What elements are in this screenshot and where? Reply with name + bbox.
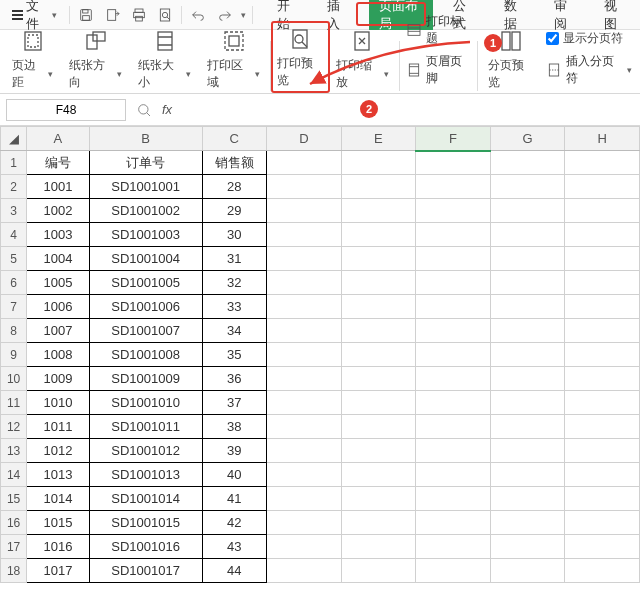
cell[interactable]	[341, 559, 416, 583]
cell[interactable]	[416, 487, 491, 511]
cell[interactable]: 1005	[27, 271, 89, 295]
show-page-break-checkbox[interactable]: 显示分页符	[546, 30, 632, 47]
cell[interactable]	[341, 487, 416, 511]
cell[interactable]: SD1001017	[89, 559, 202, 583]
cell[interactable]	[416, 439, 491, 463]
cell[interactable]	[416, 319, 491, 343]
cell[interactable]	[341, 463, 416, 487]
qat-more-icon[interactable]: ▾	[241, 10, 246, 20]
row-header[interactable]: 13	[1, 439, 27, 463]
save-icon[interactable]	[76, 4, 96, 26]
margins-button[interactable]: 页边距▾	[6, 27, 59, 91]
fx-label[interactable]: fx	[162, 102, 172, 117]
cell[interactable]: SD1001014	[89, 487, 202, 511]
cell[interactable]	[565, 295, 640, 319]
undo-icon[interactable]	[188, 4, 208, 26]
row-header[interactable]: 6	[1, 271, 27, 295]
cell[interactable]	[267, 271, 342, 295]
cell[interactable]: 1001	[27, 175, 89, 199]
cell[interactable]: 1010	[27, 391, 89, 415]
paper-size-button[interactable]: 纸张大小▾	[132, 27, 197, 91]
cell[interactable]	[416, 463, 491, 487]
cell[interactable]: 38	[202, 415, 267, 439]
cell[interactable]: SD1001004	[89, 247, 202, 271]
cell[interactable]	[416, 343, 491, 367]
cell[interactable]	[490, 439, 565, 463]
col-header[interactable]: E	[341, 127, 416, 151]
row-header[interactable]: 8	[1, 319, 27, 343]
cell[interactable]	[416, 295, 491, 319]
cell[interactable]: SD1001006	[89, 295, 202, 319]
cell[interactable]	[490, 319, 565, 343]
cell[interactable]	[565, 511, 640, 535]
cell[interactable]	[416, 175, 491, 199]
row-header[interactable]: 14	[1, 463, 27, 487]
cell[interactable]	[267, 463, 342, 487]
cell[interactable]	[490, 247, 565, 271]
cell[interactable]	[267, 535, 342, 559]
cell[interactable]: 1002	[27, 199, 89, 223]
cell[interactable]	[490, 151, 565, 175]
row-header[interactable]: 3	[1, 199, 27, 223]
row-header[interactable]: 5	[1, 247, 27, 271]
cell[interactable]	[490, 415, 565, 439]
cell[interactable]: 1003	[27, 223, 89, 247]
cell[interactable]: SD1001002	[89, 199, 202, 223]
cell[interactable]: 40	[202, 463, 267, 487]
cell[interactable]	[267, 319, 342, 343]
cell[interactable]	[490, 391, 565, 415]
row-header[interactable]: 16	[1, 511, 27, 535]
cell[interactable]: 销售额	[202, 151, 267, 175]
row-header[interactable]: 7	[1, 295, 27, 319]
cell[interactable]	[416, 271, 491, 295]
cell[interactable]: 32	[202, 271, 267, 295]
cell[interactable]	[565, 247, 640, 271]
cell[interactable]: 35	[202, 343, 267, 367]
cell[interactable]: 34	[202, 319, 267, 343]
spreadsheet-grid[interactable]: ◢ A B C D E F G H 1编号订单号销售额21001SD100100…	[0, 126, 640, 583]
cell[interactable]	[565, 175, 640, 199]
cell[interactable]	[565, 343, 640, 367]
redo-icon[interactable]	[215, 4, 235, 26]
cell[interactable]: 1006	[27, 295, 89, 319]
cell[interactable]: 44	[202, 559, 267, 583]
cell[interactable]: 编号	[27, 151, 89, 175]
cell[interactable]	[490, 511, 565, 535]
cell[interactable]	[565, 535, 640, 559]
cell[interactable]	[267, 223, 342, 247]
cell[interactable]	[267, 295, 342, 319]
row-header[interactable]: 11	[1, 391, 27, 415]
cell[interactable]: 1008	[27, 343, 89, 367]
cell[interactable]	[490, 295, 565, 319]
page-break-preview-button[interactable]: 分页预览	[482, 27, 540, 91]
cell[interactable]	[565, 439, 640, 463]
cell[interactable]	[341, 535, 416, 559]
select-all-corner[interactable]: ◢	[1, 127, 27, 151]
cell[interactable]	[416, 511, 491, 535]
orientation-button[interactable]: 纸张方向▾	[63, 27, 128, 91]
cell[interactable]: SD1001016	[89, 535, 202, 559]
cell[interactable]: SD1001007	[89, 319, 202, 343]
col-header[interactable]: F	[416, 127, 491, 151]
print-icon[interactable]	[129, 4, 149, 26]
print-preview-quick-icon[interactable]	[155, 4, 175, 26]
cell[interactable]	[416, 535, 491, 559]
cell[interactable]: SD1001001	[89, 175, 202, 199]
cell[interactable]	[416, 415, 491, 439]
cell[interactable]: 36	[202, 367, 267, 391]
cell[interactable]	[341, 439, 416, 463]
cell[interactable]: 1009	[27, 367, 89, 391]
cell[interactable]	[267, 343, 342, 367]
cell[interactable]	[565, 559, 640, 583]
col-header[interactable]: D	[267, 127, 342, 151]
cell[interactable]: 1014	[27, 487, 89, 511]
cell[interactable]	[267, 487, 342, 511]
cancel-formula-icon[interactable]	[134, 100, 154, 120]
cell[interactable]	[341, 343, 416, 367]
cell[interactable]	[341, 151, 416, 175]
row-header[interactable]: 9	[1, 343, 27, 367]
cell[interactable]	[341, 295, 416, 319]
cell[interactable]	[341, 271, 416, 295]
cell[interactable]: SD1001015	[89, 511, 202, 535]
cell[interactable]	[416, 247, 491, 271]
